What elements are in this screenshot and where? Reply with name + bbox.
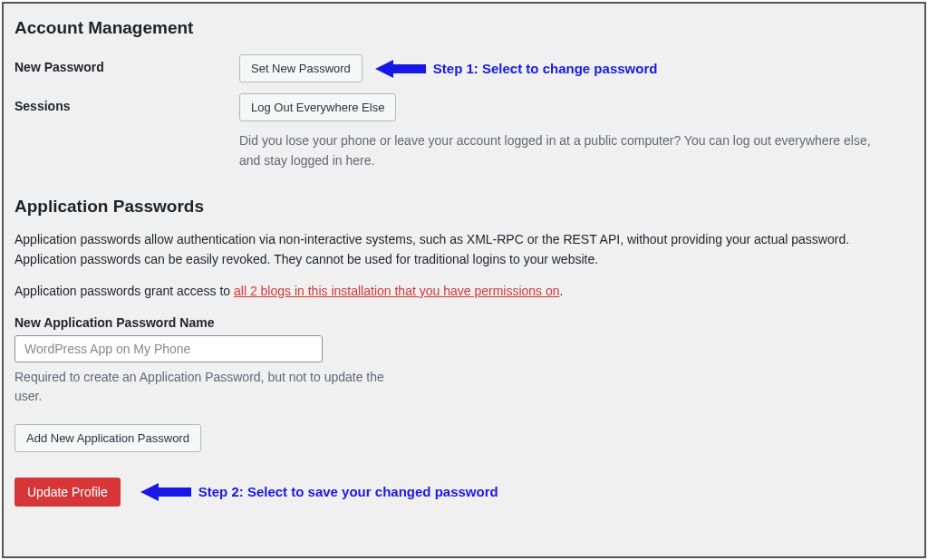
account-management-panel: Account Management New Password Set New … <box>2 2 926 558</box>
set-new-password-button[interactable]: Set New Password <box>239 54 362 82</box>
sessions-row: Sessions Log Out Everywhere Else Did you… <box>14 93 914 171</box>
annotation-step1-text: Step 1: Select to change password <box>433 61 658 76</box>
svg-marker-0 <box>375 60 426 78</box>
update-profile-button[interactable]: Update Profile <box>14 478 121 507</box>
blogs-permission-link[interactable]: all 2 blogs in this installation that yo… <box>234 284 560 298</box>
sessions-label: Sessions <box>14 93 239 113</box>
new-app-password-name-label: New Application Password Name <box>14 315 914 330</box>
new-password-label: New Password <box>14 54 239 74</box>
sessions-description: Did you lose your phone or leave your ac… <box>239 130 892 171</box>
grant-suffix: . <box>560 284 564 298</box>
annotation-step2: Step 2: Select to save your changed pass… <box>140 482 498 502</box>
account-management-heading: Account Management <box>14 18 914 38</box>
new-app-password-name-hint: Required to create an Application Passwo… <box>14 368 413 406</box>
annotation-step1: Step 1: Select to change password <box>375 59 658 79</box>
svg-marker-1 <box>140 483 191 501</box>
application-passwords-heading: Application Passwords <box>14 197 914 217</box>
grant-prefix: Application passwords grant access to <box>14 284 234 298</box>
new-password-row: New Password Set New Password Step 1: Se… <box>14 54 914 82</box>
new-app-password-name-input[interactable] <box>14 335 323 362</box>
annotation-step2-text: Step 2: Select to save your changed pass… <box>198 484 498 499</box>
arrow-left-icon <box>375 59 426 79</box>
arrow-left-icon <box>140 482 191 502</box>
application-passwords-grant: Application passwords grant access to al… <box>14 281 914 301</box>
logout-everywhere-button[interactable]: Log Out Everywhere Else <box>239 93 396 121</box>
add-new-application-password-button[interactable]: Add New Application Password <box>14 424 201 452</box>
application-passwords-intro: Application passwords allow authenticati… <box>14 229 914 270</box>
